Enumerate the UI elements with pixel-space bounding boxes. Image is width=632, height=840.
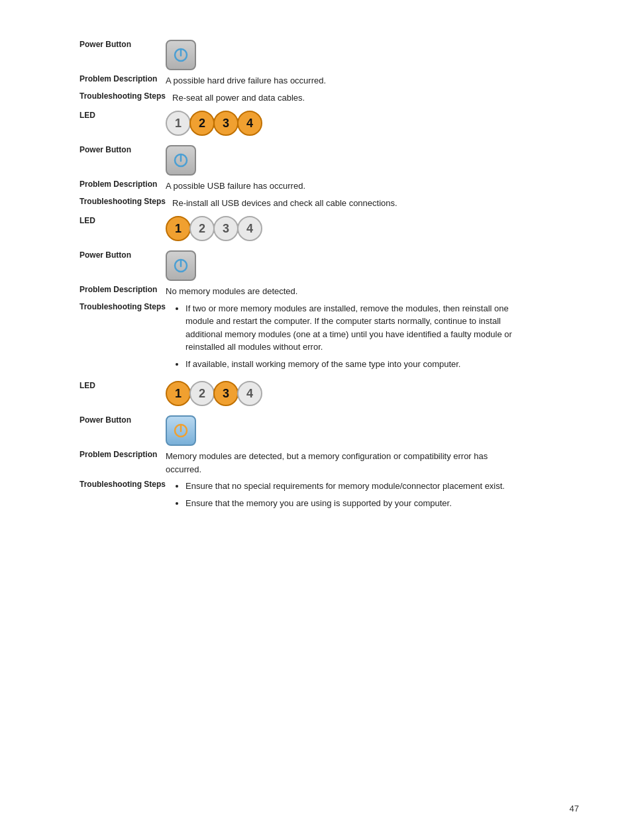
list-item: If available, install working memory of … <box>185 358 517 371</box>
led-1-circle-3: 3 <box>213 111 238 136</box>
power-button-icon-2 <box>166 145 517 176</box>
led-label-1: LED <box>79 111 166 120</box>
troubleshooting-row-4: Troubleshooting Steps Ensure that no spe… <box>79 480 517 513</box>
troubleshooting-row-1: Troubleshooting Steps Re-seat all power … <box>79 91 517 105</box>
section-2: Power Button Problem Description A possi… <box>79 145 517 241</box>
led-2-circle-2: 2 <box>189 216 215 241</box>
power-btn-img-4 <box>166 415 196 446</box>
problem-desc-row-4: Problem Description Memory modules are d… <box>79 450 517 476</box>
led-2-circle-3: 3 <box>213 216 238 241</box>
led-1-circle-2: 2 <box>189 111 215 136</box>
led-row-3: LED 1 2 3 4 <box>79 381 517 406</box>
led-1-circle-1: 1 <box>166 111 191 136</box>
problem-desc-label-3: Problem Description <box>79 285 166 294</box>
power-icon-4 <box>173 423 189 439</box>
problem-desc-row-3: Problem Description No memory modules ar… <box>79 285 517 298</box>
led-2-circle-4: 4 <box>237 216 262 241</box>
page-number: 47 <box>570 804 579 814</box>
troubleshooting-row-2: Troubleshooting Steps Re-install all USB… <box>79 197 517 210</box>
problem-desc-row-2: Problem Description A possible USB failu… <box>79 180 517 193</box>
troubleshooting-text-1: Re-seat all power and data cables. <box>172 91 517 105</box>
troubleshooting-list-3: If two or more memory modules are instal… <box>172 302 517 375</box>
led-circles-1: 1 2 3 4 <box>166 111 517 136</box>
list-item: Ensure that the memory you are using is … <box>185 497 517 510</box>
power-button-row-4: Power Button <box>79 415 517 446</box>
led-2-circle-1: 1 <box>166 216 191 241</box>
led-label-3: LED <box>79 381 166 390</box>
problem-desc-label-1: Problem Description <box>79 74 166 83</box>
troubleshooting-label-2: Troubleshooting Steps <box>79 197 172 206</box>
power-btn-img-1 <box>166 40 196 70</box>
power-button-label-1: Power Button <box>79 40 166 49</box>
problem-desc-text-2: A possible USB failure has occurred. <box>166 180 517 193</box>
troubleshooting-text-2: Re-install all USB devices and check all… <box>172 197 517 210</box>
list-item: If two or more memory modules are instal… <box>185 302 517 354</box>
problem-desc-row-1: Problem Description A possible hard driv… <box>79 74 517 87</box>
section-4: Power Button Problem Description Memory … <box>79 415 517 513</box>
power-button-icon-3 <box>166 250 517 281</box>
power-button-row-2: Power Button <box>79 145 517 176</box>
problem-desc-label-2: Problem Description <box>79 180 166 189</box>
list-item: Ensure that no special requirements for … <box>185 480 517 493</box>
problem-desc-text-4: Memory modules are detected, but a memor… <box>166 450 517 476</box>
troubleshooting-row-3: Troubleshooting Steps If two or more mem… <box>79 302 517 375</box>
power-icon-1 <box>173 47 189 63</box>
led-3-circle-1: 1 <box>166 381 191 406</box>
led-3-circle-2: 2 <box>189 381 215 406</box>
problem-desc-label-4: Problem Description <box>79 450 166 459</box>
problem-desc-text-3: No memory modules are detected. <box>166 285 517 298</box>
power-button-icon-4 <box>166 415 517 446</box>
problem-desc-text-1: A possible hard drive failure has occurr… <box>166 74 517 87</box>
power-button-row-3: Power Button <box>79 250 517 281</box>
troubleshooting-label-1: Troubleshooting Steps <box>79 91 172 101</box>
section-3: Power Button Problem Description No memo… <box>79 250 517 406</box>
power-icon-2 <box>173 152 189 168</box>
led-circles-3: 1 2 3 4 <box>166 381 517 406</box>
power-btn-img-2 <box>166 145 196 176</box>
led-3-circle-4: 4 <box>237 381 262 406</box>
power-button-label-4: Power Button <box>79 415 166 425</box>
power-button-row-1: Power Button <box>79 40 517 70</box>
led-circles-2: 1 2 3 4 <box>166 216 517 241</box>
led-label-2: LED <box>79 216 166 225</box>
troubleshooting-list-4: Ensure that no special requirements for … <box>172 480 517 513</box>
led-row-1: LED 1 2 3 4 <box>79 111 517 136</box>
led-row-2: LED 1 2 3 4 <box>79 216 517 241</box>
power-button-icon-1 <box>166 40 517 70</box>
power-btn-img-3 <box>166 250 196 281</box>
troubleshooting-label-4: Troubleshooting Steps <box>79 480 172 489</box>
troubleshooting-label-3: Troubleshooting Steps <box>79 302 172 311</box>
led-3-circle-3: 3 <box>213 381 238 406</box>
power-icon-3 <box>173 258 189 274</box>
power-button-label-2: Power Button <box>79 145 166 154</box>
power-button-label-3: Power Button <box>79 250 166 260</box>
section-1: Power Button Problem Description A possi… <box>79 40 517 136</box>
led-1-circle-4: 4 <box>237 111 262 136</box>
